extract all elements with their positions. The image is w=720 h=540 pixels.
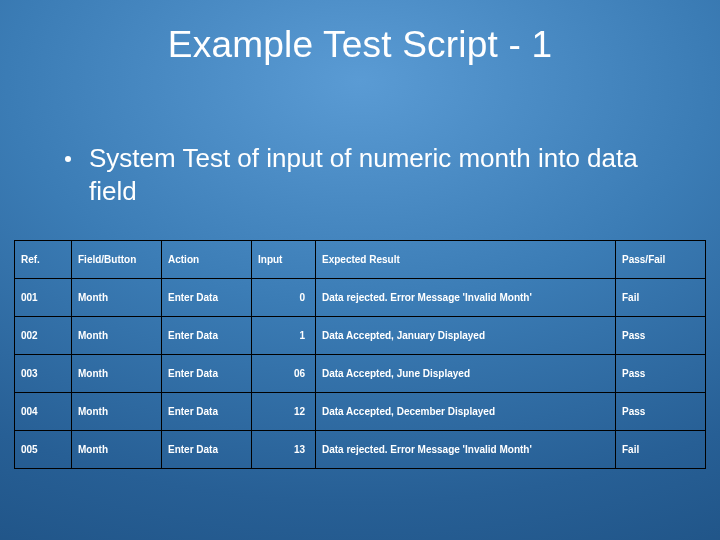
cell-pass-fail: Pass	[616, 393, 706, 431]
cell-input: 0	[252, 279, 316, 317]
cell-action: Enter Data	[162, 279, 252, 317]
cell-field-button: Month	[72, 279, 162, 317]
table-header-row: Ref. Field/Button Action Input Expected …	[15, 241, 706, 279]
col-header-field-button: Field/Button	[72, 241, 162, 279]
cell-ref: 003	[15, 355, 72, 393]
cell-expected-result: Data Accepted, December Displayed	[316, 393, 616, 431]
col-header-input: Input	[252, 241, 316, 279]
table-row: 004 Month Enter Data 12 Data Accepted, D…	[15, 393, 706, 431]
test-script-table-wrap: Ref. Field/Button Action Input Expected …	[14, 240, 706, 469]
cell-expected-result: Data rejected. Error Message 'Invalid Mo…	[316, 431, 616, 469]
bullet-item: System Test of input of numeric month in…	[65, 142, 680, 207]
col-header-pass-fail: Pass/Fail	[616, 241, 706, 279]
cell-ref: 004	[15, 393, 72, 431]
cell-expected-result: Data Accepted, January Displayed	[316, 317, 616, 355]
cell-ref: 005	[15, 431, 72, 469]
bullet-text: System Test of input of numeric month in…	[89, 142, 680, 207]
table-row: 002 Month Enter Data 1 Data Accepted, Ja…	[15, 317, 706, 355]
cell-expected-result: Data rejected. Error Message 'Invalid Mo…	[316, 279, 616, 317]
cell-pass-fail: Fail	[616, 279, 706, 317]
col-header-ref: Ref.	[15, 241, 72, 279]
cell-field-button: Month	[72, 317, 162, 355]
cell-input: 1	[252, 317, 316, 355]
cell-action: Enter Data	[162, 393, 252, 431]
bullet-icon	[65, 156, 71, 162]
col-header-expected-result: Expected Result	[316, 241, 616, 279]
test-script-table: Ref. Field/Button Action Input Expected …	[14, 240, 706, 469]
table-row: 001 Month Enter Data 0 Data rejected. Er…	[15, 279, 706, 317]
cell-expected-result: Data Accepted, June Displayed	[316, 355, 616, 393]
cell-pass-fail: Pass	[616, 317, 706, 355]
cell-input: 06	[252, 355, 316, 393]
table-row: 005 Month Enter Data 13 Data rejected. E…	[15, 431, 706, 469]
cell-field-button: Month	[72, 431, 162, 469]
cell-input: 13	[252, 431, 316, 469]
cell-ref: 002	[15, 317, 72, 355]
cell-action: Enter Data	[162, 317, 252, 355]
cell-field-button: Month	[72, 355, 162, 393]
cell-action: Enter Data	[162, 431, 252, 469]
cell-pass-fail: Pass	[616, 355, 706, 393]
col-header-action: Action	[162, 241, 252, 279]
cell-input: 12	[252, 393, 316, 431]
cell-pass-fail: Fail	[616, 431, 706, 469]
cell-field-button: Month	[72, 393, 162, 431]
cell-ref: 001	[15, 279, 72, 317]
cell-action: Enter Data	[162, 355, 252, 393]
slide-title: Example Test Script - 1	[0, 24, 720, 66]
table-row: 003 Month Enter Data 06 Data Accepted, J…	[15, 355, 706, 393]
slide: Example Test Script - 1 System Test of i…	[0, 0, 720, 540]
